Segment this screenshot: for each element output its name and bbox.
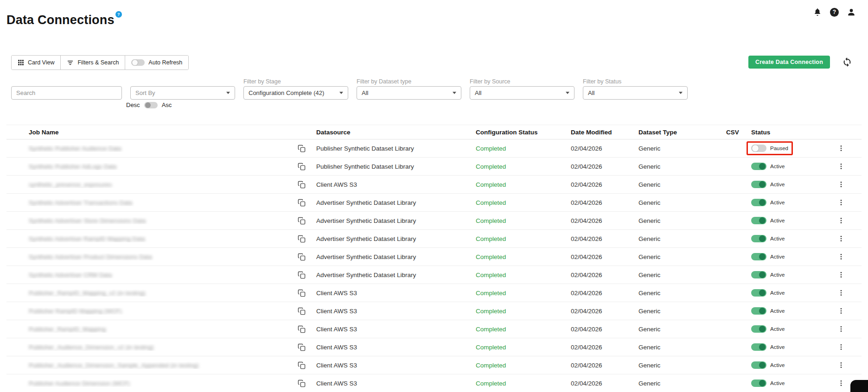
date-modified-cell: 02/04/2026 — [571, 290, 638, 297]
row-menu-button[interactable] — [821, 217, 862, 224]
status-toggle[interactable] — [751, 145, 766, 152]
copy-job-name-button[interactable] — [298, 181, 316, 189]
row-menu-button[interactable] — [821, 199, 862, 206]
copy-job-name-button[interactable] — [298, 343, 316, 351]
stage-value: Configuration Complete (42) — [249, 89, 324, 96]
status-label: Paused — [770, 145, 788, 151]
status-cell-inner: Active — [747, 196, 789, 209]
source-filter: Filter by Source All — [470, 78, 574, 100]
account-icon[interactable] — [847, 7, 856, 17]
status-label: Active — [770, 362, 785, 368]
card-view-icon — [18, 59, 24, 66]
status-cell: Active — [751, 340, 821, 354]
status-toggle[interactable] — [751, 199, 766, 206]
stage-dropdown[interactable]: Configuration Complete (42) — [243, 86, 348, 100]
status-cell-inner: Active — [747, 358, 789, 372]
sort-by-dropdown[interactable]: Sort By — [130, 86, 235, 100]
copy-job-name-button[interactable] — [298, 361, 316, 369]
column-header-status: Status — [751, 129, 821, 136]
status-toggle[interactable] — [751, 289, 766, 297]
refresh-icon[interactable] — [842, 57, 852, 67]
datasource-cell: Advertiser Synthetic Dataset Library — [316, 235, 476, 242]
job-name-cell: Synthetic Publisher AdLogs Data — [6, 163, 298, 170]
copy-job-name-button[interactable] — [298, 307, 316, 315]
kebab-menu-icon — [837, 271, 845, 278]
status-toggle[interactable] — [751, 307, 766, 315]
datasource-cell: Publisher Synthetic Dataset Library — [316, 145, 476, 152]
status-label: Active — [770, 236, 785, 241]
data-connections-table: Job Name Datasource Configuration Status… — [6, 125, 862, 392]
status-cell-inner: Active — [747, 214, 789, 228]
status-toggle[interactable] — [751, 163, 766, 170]
table-row: Synthetic Publisher AdLogs Data Publishe… — [6, 158, 862, 176]
status-cell-inner: Active — [747, 159, 789, 173]
status-cell-inner: Active — [747, 268, 789, 282]
datasource-cell: Client AWS S3 — [316, 326, 476, 333]
source-dropdown[interactable]: All — [470, 86, 574, 100]
row-menu-button[interactable] — [821, 235, 862, 242]
status-toggle[interactable] — [751, 235, 766, 242]
status-toggle[interactable] — [751, 181, 766, 188]
copy-job-name-button[interactable] — [298, 145, 316, 152]
create-data-connection-button[interactable]: Create Data Connection — [748, 56, 830, 69]
row-menu-button[interactable] — [821, 181, 862, 188]
copy-job-name-button[interactable] — [298, 163, 316, 171]
status-dropdown[interactable]: All — [583, 86, 688, 100]
column-header-date-modified: Date Modified — [571, 129, 638, 136]
kebab-menu-icon — [837, 379, 845, 387]
kebab-menu-icon — [837, 235, 845, 242]
row-menu-button[interactable] — [821, 253, 862, 260]
copy-job-name-button[interactable] — [298, 289, 316, 297]
status-value: All — [588, 89, 594, 96]
copy-job-name-button[interactable] — [298, 379, 316, 387]
job-name-text: synthetic_presence_exposures — [29, 181, 112, 188]
row-menu-button[interactable] — [821, 271, 862, 278]
status-toggle[interactable] — [751, 253, 766, 260]
status-toggle[interactable] — [751, 379, 766, 387]
search-input[interactable] — [11, 86, 122, 100]
job-name-text: Synthetic Publisher Audience Data — [29, 145, 121, 152]
filters-search-button[interactable]: Filters & Search — [61, 56, 125, 70]
status-toggle[interactable] — [751, 217, 766, 224]
job-name-text: Synthetic Advertiser CRM Data — [29, 272, 112, 278]
row-menu-button[interactable] — [821, 289, 862, 297]
card-view-button[interactable]: Card View — [12, 56, 61, 70]
status-toggle[interactable] — [751, 343, 766, 351]
caret-down-icon — [226, 92, 230, 94]
status-toggle[interactable] — [751, 271, 766, 278]
copy-job-name-button[interactable] — [298, 271, 316, 279]
title-help-badge[interactable]: ? — [115, 11, 122, 18]
copy-job-name-button[interactable] — [298, 199, 316, 207]
table-row: Synthetic Advertiser Transactions Data A… — [6, 194, 862, 212]
copy-icon — [298, 253, 306, 261]
copy-icon — [298, 217, 306, 225]
datasource-cell: Publisher Synthetic Dataset Library — [316, 163, 476, 170]
help-icon[interactable]: ? — [830, 8, 839, 17]
dataset-type-cell: Generic — [638, 362, 726, 369]
copy-job-name-button[interactable] — [298, 325, 316, 333]
row-menu-button[interactable] — [821, 307, 862, 315]
row-menu-button[interactable] — [821, 343, 862, 351]
job-name-cell: synthetic_presence_exposures — [6, 181, 298, 188]
status-toggle[interactable] — [751, 361, 766, 369]
row-menu-button[interactable] — [821, 325, 862, 333]
copy-icon — [298, 379, 306, 387]
table-body: Synthetic Publisher Audience Data Publis… — [6, 139, 862, 392]
row-menu-button[interactable] — [821, 163, 862, 170]
notifications-icon[interactable] — [813, 7, 822, 17]
date-modified-cell: 02/04/2026 — [571, 253, 638, 260]
copy-job-name-button[interactable] — [298, 235, 316, 243]
row-menu-button[interactable] — [821, 145, 862, 152]
auto-refresh-toggle[interactable] — [131, 59, 145, 66]
dataset-type-cell: Generic — [638, 181, 726, 188]
copy-job-name-button[interactable] — [298, 253, 316, 261]
source-filter-label: Filter by Source — [470, 78, 574, 86]
copy-job-name-button[interactable] — [298, 217, 316, 225]
status-toggle-knob — [759, 308, 766, 314]
column-header-job-name: Job Name — [6, 129, 298, 136]
dataset-type-dropdown[interactable]: All — [357, 86, 461, 100]
sort-order-toggle[interactable] — [144, 102, 158, 108]
row-menu-button[interactable] — [821, 361, 862, 369]
status-toggle[interactable] — [751, 325, 766, 333]
configuration-status-cell: Completed — [476, 272, 571, 278]
